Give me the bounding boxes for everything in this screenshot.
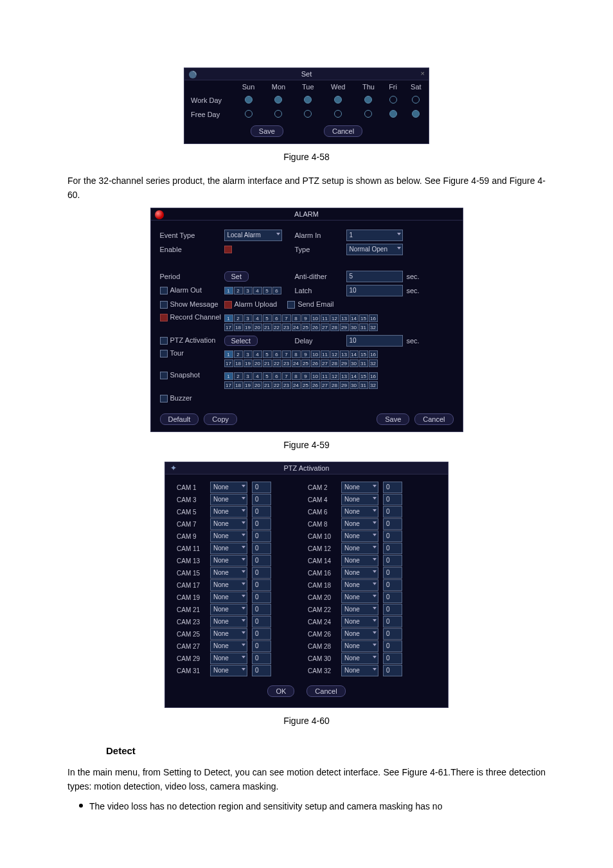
ptz-value-input[interactable]: 0 [383,506,402,518]
ptz-value-input[interactable]: 0 [383,579,402,591]
buzzer-checkbox[interactable] [160,395,168,402]
ptz-value-input[interactable]: 0 [252,653,271,664]
ptz-type-select[interactable]: None [341,494,378,505]
channel-box[interactable]: 2 [234,314,243,322]
save-button[interactable]: Save [251,125,283,137]
channel-box[interactable]: 26 [311,359,320,367]
ptz-type-select[interactable]: None [210,579,247,591]
channel-box[interactable]: 14 [350,372,359,380]
ptz-value-input[interactable]: 0 [252,604,271,615]
alarm-out-checkbox[interactable] [160,287,168,294]
type-select[interactable]: Normal Open [346,244,403,255]
channel-box[interactable]: 26 [311,381,320,389]
ptz-type-select[interactable]: None [210,653,247,664]
channel-box[interactable]: 3 [244,372,253,380]
ptz-value-input[interactable]: 0 [252,616,271,628]
radio-workday-tue[interactable] [304,96,312,104]
channel-box[interactable]: 28 [330,359,339,367]
channel-box[interactable]: 13 [340,372,349,380]
channel-box[interactable]: 31 [359,323,368,331]
channel-box[interactable]: 13 [340,314,349,322]
radio-freeday-sun[interactable] [245,110,253,118]
channel-box[interactable]: 2 [234,350,243,358]
channel-box[interactable]: 2 [234,287,243,294]
ptz-value-input[interactable]: 0 [383,653,402,664]
channel-box[interactable]: 24 [292,359,301,367]
channel-box[interactable]: 20 [253,381,262,389]
ptz-type-select[interactable]: None [210,530,247,542]
ptz-type-select[interactable]: None [210,567,247,579]
channel-box[interactable]: 21 [263,381,272,389]
delay-input[interactable]: 10 [346,335,403,347]
ptz-value-input[interactable]: 0 [383,604,402,615]
channel-box[interactable]: 9 [301,372,310,380]
ptz-type-select[interactable]: None [341,640,378,652]
channel-box[interactable]: 8 [292,350,301,358]
channel-box[interactable]: 9 [301,314,310,322]
radio-workday-sun[interactable] [245,96,253,104]
cancel-button[interactable]: Cancel [414,413,453,425]
ptz-value-input[interactable]: 0 [383,616,402,628]
channel-box[interactable]: 8 [292,314,301,322]
ptz-value-input[interactable]: 0 [252,530,271,542]
ptz-type-select[interactable]: None [341,653,378,664]
channel-box[interactable]: 12 [330,314,339,322]
ptz-value-input[interactable]: 0 [252,665,271,676]
channel-box[interactable]: 4 [253,372,262,380]
ptz-type-select[interactable]: None [210,616,247,628]
copy-button[interactable]: Copy [204,413,237,425]
ptz-value-input[interactable]: 0 [252,518,271,530]
channel-box[interactable]: 6 [272,350,281,358]
ptz-type-select[interactable]: None [341,665,378,676]
ptz-type-select[interactable]: None [341,530,378,542]
channel-box[interactable]: 8 [292,372,301,380]
channel-box[interactable]: 20 [253,323,262,331]
ptz-type-select[interactable]: None [341,543,378,554]
ptz-value-input[interactable]: 0 [252,506,271,518]
ptz-value-input[interactable]: 0 [383,530,402,542]
channel-box[interactable]: 29 [340,323,349,331]
channel-box[interactable]: 15 [359,350,368,358]
channel-box[interactable]: 5 [263,287,272,294]
ptz-type-select[interactable]: None [210,506,247,518]
ptz-value-input[interactable]: 0 [383,494,402,505]
radio-freeday-mon[interactable] [274,110,282,118]
channel-box[interactable]: 26 [311,323,320,331]
channel-box[interactable]: 19 [244,359,253,367]
channel-box[interactable]: 7 [282,372,291,380]
ptz-type-select[interactable]: None [341,555,378,566]
channel-box[interactable]: 22 [272,381,281,389]
channel-box[interactable]: 30 [350,359,359,367]
channel-box[interactable]: 9 [301,350,310,358]
ptz-value-input[interactable]: 0 [383,640,402,652]
channel-box[interactable]: 17 [224,381,233,389]
channel-box[interactable]: 21 [263,323,272,331]
channel-box[interactable]: 16 [369,314,378,322]
radio-workday-thu[interactable] [364,96,372,104]
enable-checkbox[interactable] [224,246,232,253]
channel-box[interactable]: 15 [359,372,368,380]
ptz-value-input[interactable]: 0 [252,628,271,640]
radio-workday-mon[interactable] [274,96,282,104]
channel-box[interactable]: 25 [301,323,310,331]
channel-box[interactable]: 18 [234,381,243,389]
ptz-type-select[interactable]: None [210,592,247,603]
channel-box[interactable]: 24 [292,381,301,389]
channel-box[interactable]: 20 [253,359,262,367]
channel-box[interactable]: 29 [340,359,349,367]
channel-box[interactable]: 27 [321,359,330,367]
show-message-checkbox[interactable] [160,301,168,309]
channel-box[interactable]: 11 [321,372,330,380]
ptz-value-input[interactable]: 0 [252,555,271,566]
channel-box[interactable]: 19 [244,323,253,331]
channel-box[interactable]: 32 [369,381,378,389]
channel-box[interactable]: 4 [253,350,262,358]
ptz-type-select[interactable]: None [341,579,378,591]
channel-box[interactable]: 6 [272,314,281,322]
latch-input[interactable]: 10 [346,285,403,296]
ptz-value-input[interactable]: 0 [383,567,402,579]
ptz-value-input[interactable]: 0 [252,579,271,591]
ptz-type-select[interactable]: None [341,604,378,615]
channel-box[interactable]: 14 [350,314,359,322]
channel-box[interactable]: 6 [272,372,281,380]
